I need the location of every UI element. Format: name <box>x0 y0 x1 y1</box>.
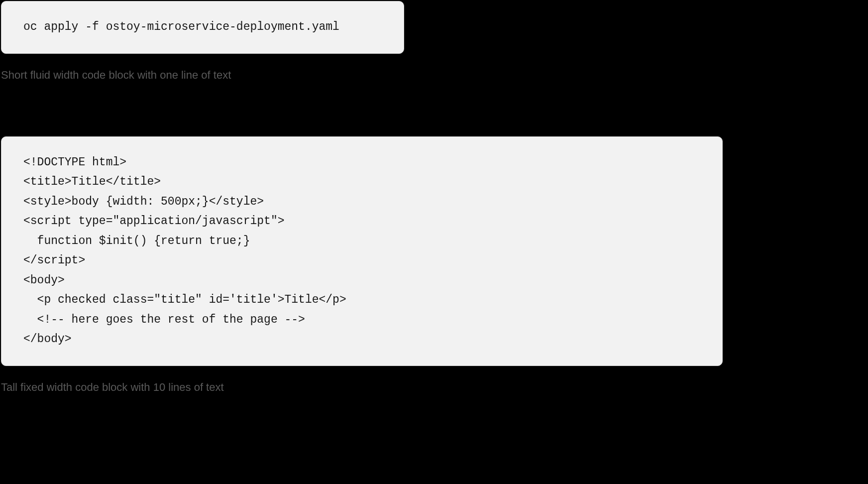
code-block-tall: <!DOCTYPE html> <title>Title</title> <st… <box>1 136 723 366</box>
caption-tall: Tall fixed width code block with 10 line… <box>1 381 867 394</box>
spacer <box>1 82 867 136</box>
code-content-short: oc apply -f ostoy-microservice-deploymen… <box>23 17 382 37</box>
code-block-short: oc apply -f ostoy-microservice-deploymen… <box>1 1 404 54</box>
code-content-tall: <!DOCTYPE html> <title>Title</title> <st… <box>23 153 700 350</box>
caption-short: Short fluid width code block with one li… <box>1 69 867 82</box>
